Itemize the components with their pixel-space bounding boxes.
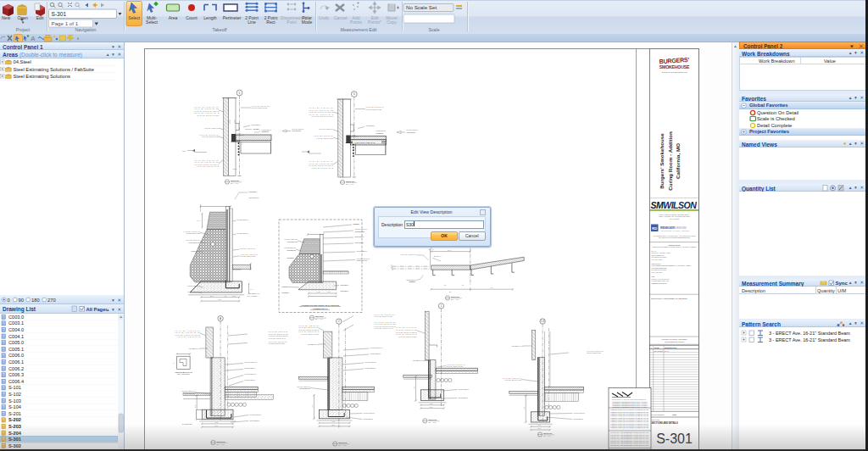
- svg-text:SECTION: SECTION: [315, 315, 324, 317]
- svg-text:Project Number:: Project Number:: [652, 414, 665, 415]
- svg-text:S-104: S-104: [8, 404, 21, 409]
- svg-text:4'-2": 4'-2": [218, 298, 221, 300]
- svg-text:X1-T4 EA 1/2 PL W/ ST: X1-T4 EA 1/2 PL W/ ST: [504, 379, 522, 381]
- svg-text:S-201: S-201: [8, 411, 21, 416]
- svg-text:X1-T4 EA 1/2 PL W/ ST: X1-T4 EA 1/2 PL W/ ST: [299, 387, 311, 389]
- svg-text:3/4" = 1'-0": 3/4" = 1'-0": [231, 182, 239, 184]
- svg-text:5: 5: [353, 92, 355, 96]
- svg-text:STRUCTURAL ENGINEER OF RECORD:: STRUCTURAL ENGINEER OF RECORD:: [651, 298, 687, 299]
- svg-text:A: A: [31, 35, 36, 42]
- svg-text:X1-T4 EA 1/2 PL W/ ST: X1-T4 EA 1/2 PL W/ ST: [316, 137, 334, 139]
- svg-text:4'-6": 4'-6": [490, 287, 493, 288]
- svg-text:STRUCTURAL SOLUTIONS ENGINEERI: STRUCTURAL SOLUTIONS ENGINEERING: [612, 398, 647, 400]
- svg-text:X1-T4 EA 1/2 PL W/ ST: X1-T4 EA 1/2 PL W/ ST: [269, 342, 286, 344]
- svg-text:X1-T4 EA 1/2 PL W/: X1-T4 EA 1/2 PL W/: [248, 197, 259, 198]
- svg-text:C004.0: C004.0: [8, 327, 24, 332]
- svg-text:12'-2": 12'-2": [232, 168, 236, 170]
- svg-text:SECTION: SECTION: [543, 432, 552, 434]
- svg-text:S-301: S-301: [52, 11, 67, 17]
- svg-text:X1-T4 EA 1/2 PL W/ ST: X1-T4 EA 1/2 PL W/ ST: [365, 109, 382, 110]
- svg-text:C006.1: C006.1: [8, 359, 24, 365]
- svg-text:2'-2": 2'-2": [194, 404, 196, 408]
- svg-text:ARCHITECTURE - PLANNING - INTE: ARCHITECTURE - PLANNING - INTERIORS: [660, 230, 690, 231]
- svg-text:X1-T4 EA 1/2 PL W/ S: X1-T4 EA 1/2 PL W/ S: [311, 167, 334, 169]
- svg-text:1'-0": 1'-0": [232, 295, 236, 297]
- svg-text:2'-2": 2'-2": [311, 404, 313, 408]
- svg-text:180: 180: [31, 298, 40, 303]
- svg-text:3/4" = 1'-0": 3/4" = 1'-0": [338, 444, 347, 446]
- svg-text:X1-T4 EA 1/2 PL W/: X1-T4 EA 1/2 PL W/: [244, 361, 257, 363]
- svg-text:X1-T4 EA 1/2 PL W/ ST: X1-T4 EA 1/2 PL W/ ST: [186, 232, 201, 234]
- svg-text:EL 107'-6": EL 107'-6": [434, 255, 442, 257]
- svg-text:4 1/2: 4 1/2: [237, 132, 241, 134]
- svg-text:ALTERNATE #1: ALTERNATE #1: [313, 308, 328, 310]
- svg-text:X1-T4 EA 1/2 PL W/: X1-T4 EA 1/2 PL W/: [400, 253, 416, 255]
- svg-text:SECTION: SECTION: [451, 296, 459, 298]
- svg-text:RD: RD: [652, 226, 657, 231]
- svg-text:A: A: [220, 317, 221, 320]
- svg-text:1609: 1609: [672, 414, 677, 415]
- svg-text:X1-T4 EA 1/2 PL W/: X1-T4 EA 1/2 PL W/: [244, 379, 255, 381]
- svg-text:X1-T4 EA 1/2 PL W/ S: X1-T4 EA 1/2 PL W/ S: [177, 336, 201, 337]
- svg-text:X1-T4 EA 1/2 PL W/: X1-T4 EA 1/2 PL W/: [248, 191, 257, 192]
- svg-text:1'-3": 1'-3": [430, 403, 433, 404]
- svg-text:X1-T4 EA 1/2 PL W/: X1-T4 EA 1/2 PL W/: [573, 418, 583, 420]
- svg-text:SECTIONS AND DETAILS: SECTIONS AND DETAILS: [652, 421, 678, 425]
- svg-text:270: 270: [47, 298, 56, 303]
- svg-text:DESCRIPTION: DESCRIPTION: [665, 347, 677, 348]
- svg-text:X1-T4 EA 1/2 PL W/: X1-T4 EA 1/2 PL W/: [353, 223, 359, 225]
- svg-text:THE QUALITY AND DIMENSIONAL WO: THE QUALITY AND DIMENSIONAL WORK ONLY BY…: [610, 444, 649, 446]
- svg-text:2'-4": 2'-4": [210, 295, 214, 297]
- svg-text:314.645.9595: 314.645.9595: [670, 218, 679, 220]
- svg-text:SMOKEHOUSE: SMOKEHOUSE: [659, 64, 690, 70]
- svg-text:X1-T4 EA 1/2 PL W/: X1-T4 EA 1/2 PL W/: [363, 412, 375, 414]
- svg-text:ENLARGEMENT: ENLARGEMENT: [177, 373, 190, 375]
- svg-text:SECTION: SECTION: [346, 181, 354, 182]
- svg-text:X1-T4 EA 1/2 PL W/: X1-T4 EA 1/2 PL W/: [249, 420, 259, 421]
- svg-text:X1-T4 EA 1/2 PL W/ ST: X1-T4 EA 1/2 PL W/ ST: [356, 259, 368, 261]
- svg-text:X1-T4 EA 1/2 PL W/ ST: X1-T4 EA 1/2 PL W/ ST: [587, 352, 602, 354]
- svg-text:X1-T4 EA 1/2 PL W/: X1-T4 EA 1/2 PL W/: [249, 414, 261, 415]
- svg-text:TO SEE PLAN: TO SEE PLAN: [248, 292, 259, 294]
- svg-text:SIMPLE TRADITIONS SINCE 1952: SIMPLE TRADITIONS SINCE 1952: [662, 71, 687, 73]
- svg-text:2'-6": 2'-6": [538, 427, 542, 429]
- svg-text:X1-T4 EA 1/2 PL W/: X1-T4 EA 1/2 PL W/: [236, 219, 248, 220]
- svg-text:X1-T4 EA 1/2 PL W/: X1-T4 EA 1/2 PL W/: [287, 257, 294, 259]
- svg-text:X1-T4 EA 1/2 PL W/: X1-T4 EA 1/2 PL W/: [191, 250, 200, 252]
- svg-text:3/4" = 1'-0": 3/4" = 1'-0": [428, 421, 437, 423]
- svg-text:0: 0: [8, 298, 10, 303]
- svg-text:3/16: 3/16: [182, 150, 186, 152]
- svg-text:X1-T4 EA 1/2 PL W/ ST: X1-T4 EA 1/2 PL W/ ST: [202, 136, 220, 137]
- svg-text:X1-T4 EA 1/2 PL W/: X1-T4 EA 1/2 PL W/: [340, 290, 348, 292]
- svg-text:X1-T4 EA 1/2 PL W/: X1-T4 EA 1/2 PL W/: [364, 361, 376, 363]
- svg-text:C006.0: C006.0: [8, 353, 24, 358]
- svg-text:REVISIONS (AD) #2: REVISIONS (AD) #2: [654, 350, 669, 352]
- svg-text:S-301: S-301: [8, 437, 21, 442]
- svg-text:S-103: S-103: [8, 398, 21, 404]
- svg-text:5: 5: [239, 92, 241, 95]
- svg-text:X1-T4 EA 1/2 PL W/: X1-T4 EA 1/2 PL W/: [354, 236, 364, 237]
- svg-text:No Scale Set: No Scale Set: [406, 4, 437, 10]
- svg-text:Steel Estimating Solutions / F: Steel Estimating Solutions / FabSuite: [14, 67, 94, 72]
- svg-text:X1-T4 EA 1/2 PL W/ ST: X1-T4 EA 1/2 PL W/ ST: [376, 132, 384, 134]
- svg-text:Steel Estimating Solutions: Steel Estimating Solutions: [14, 74, 70, 79]
- svg-text:SECTION: SECTION: [217, 441, 225, 443]
- svg-text:X1-T4 EA 1/2 PL W/ ST: X1-T4 EA 1/2 PL W/ ST: [184, 393, 196, 394]
- svg-text:X1-T4 EA 1/2 PL W/: X1-T4 EA 1/2 PL W/: [365, 125, 376, 126]
- svg-text:X1-T4 EA 1/2 PL W/: X1-T4 EA 1/2 PL W/: [458, 397, 468, 398]
- svg-text:X1-T4 EA 1/2 PL W/ S: X1-T4 EA 1/2 PL W/ S: [269, 337, 287, 339]
- svg-text:CONSULTANTS LISTED IN ACCORDAN: CONSULTANTS LISTED IN ACCORDANCE W/ AUTH…: [653, 246, 698, 248]
- svg-text:X1-T4 EA 1/2 PL W/ STL: X1-T4 EA 1/2 PL W/ STL: [398, 336, 418, 337]
- svg-text:1'-3": 1'-3": [332, 420, 336, 422]
- svg-text:X1-T4 EA 1/2 PL W/: X1-T4 EA 1/2 PL W/: [573, 412, 585, 414]
- svg-text:90: 90: [19, 298, 24, 303]
- svg-text:California, MO: California, MO: [675, 143, 681, 179]
- svg-text:3/4" = 1'-0": 3/4" = 1'-0": [451, 298, 459, 300]
- svg-text:TO SEE PLAN: TO SEE PLAN: [512, 345, 524, 347]
- svg-text:2'-6": 2'-6": [332, 424, 336, 426]
- svg-text:X1-T4 EA 1/2 PL W/ ST: X1-T4 EA 1/2 PL W/ ST: [287, 241, 298, 242]
- svg-text:X1-T4 EA 1/2 PL W/: X1-T4 EA 1/2 PL W/: [281, 292, 289, 293]
- svg-text:X1-T4 EA 1/2 PL W/ ST: X1-T4 EA 1/2 PL W/ ST: [375, 315, 393, 317]
- svg-text:X1-T4 EA 1/2 PL W/ S: X1-T4 EA 1/2 PL W/ S: [375, 327, 394, 329]
- svg-text:5.3: 5.3: [541, 320, 545, 323]
